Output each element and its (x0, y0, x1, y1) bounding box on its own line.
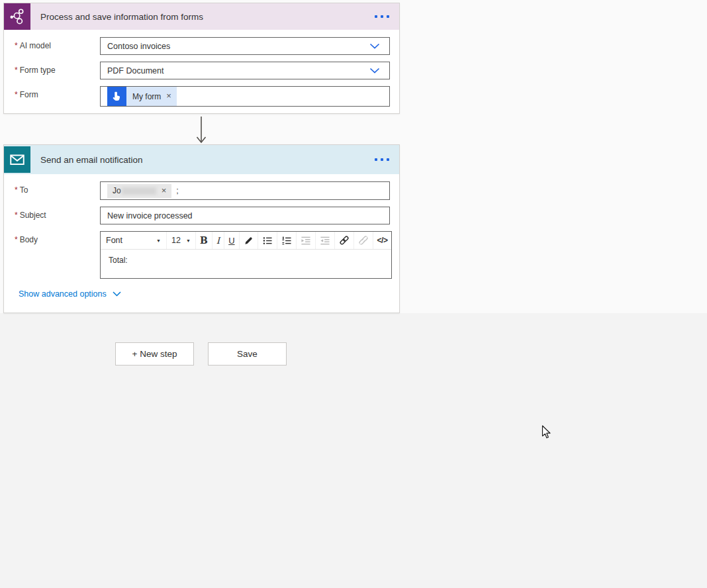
card-title: Send an email notification (30, 155, 365, 165)
card-header-process-forms[interactable]: Process and save information from forms (4, 3, 399, 30)
field-row-to: *To Jo × ; (15, 181, 390, 200)
hand-pointer-icon (107, 87, 126, 106)
required-marker: * (15, 41, 18, 50)
connector-arrow (196, 117, 207, 144)
card-menu-button[interactable] (365, 154, 399, 165)
font-size-dropdown[interactable]: 12 ▼ (167, 232, 196, 249)
body-content[interactable]: Total: (101, 250, 391, 278)
outdent-icon[interactable] (297, 232, 316, 249)
subject-label: *Subject (15, 207, 100, 224)
recipient-token-label: Jo (113, 186, 121, 195)
dropdown-chevron-icon (369, 68, 383, 74)
bullet-list-icon[interactable] (258, 232, 277, 249)
code-view-button[interactable]: </> (373, 232, 392, 249)
field-row-form: *Form My form × (15, 86, 390, 107)
ellipsis-icon (375, 158, 377, 161)
remove-recipient-button[interactable]: × (160, 186, 167, 196)
ellipsis-icon (375, 15, 377, 18)
field-row-body: *Body Font ▼ 12 ▼ B I U (15, 231, 390, 279)
field-row-ai-model: *AI model Contoso invoices (15, 37, 390, 55)
form-type-value: PDF Document (107, 66, 164, 75)
link-icon[interactable] (335, 232, 354, 249)
field-row-form-type: *Form type PDF Document (15, 62, 390, 79)
email-icon (4, 146, 30, 173)
unlink-icon[interactable] (354, 232, 373, 249)
card-header-send-email[interactable]: Send an email notification (4, 145, 399, 174)
required-marker: * (15, 235, 18, 244)
required-marker: * (15, 66, 18, 75)
underline-button[interactable]: U (224, 232, 239, 249)
to-input[interactable]: Jo × ; (100, 181, 390, 200)
form-type-label: *Form type (15, 62, 100, 79)
recipient-token[interactable]: Jo × (107, 184, 171, 198)
new-step-button[interactable]: + New step (115, 342, 194, 366)
card-menu-button[interactable] (365, 11, 399, 22)
italic-button[interactable]: I (212, 232, 224, 249)
font-family-dropdown[interactable]: Font ▼ (101, 232, 167, 249)
required-marker: * (15, 185, 18, 195)
bold-button[interactable]: B (196, 232, 212, 249)
card-title: Process and save information from forms (30, 12, 365, 22)
subject-input[interactable]: New invoice processed (100, 207, 390, 224)
form-token[interactable]: My form × (107, 87, 177, 106)
save-button[interactable]: Save (208, 342, 287, 366)
show-advanced-options-link[interactable]: Show advanced options (19, 289, 121, 299)
body-label: *Body (15, 231, 100, 279)
to-label: *To (15, 181, 100, 200)
ai-builder-icon (4, 3, 30, 30)
canvas-lower-background (0, 313, 707, 588)
action-card-process-forms: Process and save information from forms … (3, 3, 400, 114)
dropdown-chevron-icon (369, 43, 383, 49)
chevron-down-icon (113, 291, 121, 297)
ellipsis-icon (387, 158, 389, 161)
ai-model-label: *AI model (15, 37, 100, 55)
redacted-email (122, 187, 156, 195)
ellipsis-icon (387, 15, 389, 18)
subject-value: New invoice processed (107, 211, 193, 220)
ai-model-value: Contoso invoices (107, 42, 170, 51)
required-marker: * (15, 211, 18, 220)
remove-token-button[interactable]: × (165, 91, 177, 101)
flow-designer-canvas: Process and save information from forms … (0, 0, 707, 588)
ai-model-dropdown[interactable]: Contoso invoices (100, 37, 390, 55)
caret-down-icon: ▼ (186, 238, 191, 243)
recipient-separator: ; (176, 186, 178, 195)
action-card-send-email: Send an email notification *To Jo × (3, 144, 400, 313)
required-marker: * (15, 90, 18, 99)
indent-icon[interactable] (316, 232, 335, 249)
ellipsis-icon (381, 15, 383, 18)
form-input[interactable]: My form × (100, 86, 390, 107)
mouse-cursor (542, 425, 551, 440)
form-label: *Form (15, 86, 100, 107)
form-token-label: My form (126, 92, 165, 101)
ellipsis-icon (381, 158, 383, 161)
rich-text-editor[interactable]: Font ▼ 12 ▼ B I U (100, 231, 392, 279)
numbered-list-icon[interactable] (277, 232, 297, 249)
caret-down-icon: ▼ (156, 238, 161, 243)
form-type-dropdown[interactable]: PDF Document (100, 62, 390, 79)
rte-toolbar: Font ▼ 12 ▼ B I U (101, 232, 391, 250)
field-row-subject: *Subject New invoice processed (15, 207, 390, 224)
text-color-pen-icon[interactable] (240, 232, 258, 249)
